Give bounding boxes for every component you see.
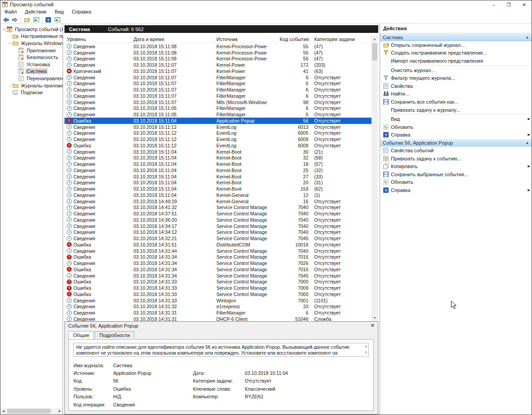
event-description-box[interactable]: Не удается найти описание для идентифика… [73, 343, 369, 357]
event-row[interactable]: !Ошибка03.10.2018 14:31:33Service Contro… [64, 285, 371, 291]
help-button[interactable]: ? [44, 16, 53, 23]
tree-horizontal-scrollbar[interactable]: ◄► [0, 408, 63, 414]
action-копировать[interactable]: Копировать▶ [380, 162, 532, 170]
menu-действие[interactable]: Действие [21, 8, 50, 15]
column-header-1[interactable]: Дата и время [131, 36, 214, 43]
action-свойства[interactable]: Свойства [380, 82, 532, 90]
event-row[interactable]: iСведения03.10.2018 14:31:31DHCP-6 Clien… [64, 316, 371, 321]
minimize-button[interactable]: – [492, 2, 495, 7]
event-row[interactable]: iСведения03.10.2018 15:11:05FilterManage… [64, 105, 371, 112]
event-row[interactable]: iСведения03.10.2018 14:37:51Service Cont… [64, 210, 371, 217]
event-row[interactable]: iСведения03.10.2018 15:11:04Kernel-Boot2… [64, 173, 371, 180]
action-обновить[interactable]: ↻Обновить [380, 178, 532, 187]
event-row[interactable]: iСведения03.10.2018 15:11:04Kernel-Boot1… [64, 186, 371, 192]
event-row[interactable]: iСведения03.10.2018 15:11:05FilterManage… [64, 111, 371, 118]
event-row[interactable]: iСведения03.10.2018 14:31:32e1rexpress33… [64, 304, 371, 310]
menu-справка[interactable]: Справка [68, 8, 95, 15]
event-row[interactable]: iСведения03.10.2018 15:11:04Kernel-Boot3… [64, 149, 371, 155]
actions-section-header[interactable]: Событие 56, Application Popup▲ [380, 139, 532, 146]
event-row[interactable]: !Ошибка03.10.2018 14:31:33Service Contro… [64, 279, 371, 285]
scroll-up-icon[interactable]: ▲ [371, 36, 378, 42]
event-row[interactable]: iСведения03.10.2018 15:11:04Kernel-Boot2… [64, 167, 371, 173]
event-row[interactable]: !Ошибка03.10.2018 14:31:51DistributedCOM… [64, 242, 371, 248]
event-row[interactable]: iСведения03.10.2018 15:11:07FilterManage… [64, 74, 371, 81]
action-найти[interactable]: Найти... [380, 90, 532, 98]
forward-arrow-button[interactable] [10, 16, 19, 23]
action-очистить-журнал[interactable]: Очистить журнал... [380, 66, 532, 74]
desc-scroll-up-icon[interactable]: ∧ [365, 345, 367, 348]
tree-item-система[interactable]: Система [0, 68, 63, 75]
event-row[interactable]: iСведения03.10.2018 14:41:32Service Cont… [64, 205, 371, 211]
event-row[interactable]: iСведения03.10.2018 15:11:04Kernel-Boot2… [64, 180, 371, 186]
tree-scrollbar-thumb[interactable] [7, 409, 50, 414]
event-row[interactable]: !Ошибка03.10.2018 14:31:33Service Contro… [64, 291, 371, 297]
tree-item-подписки[interactable]: Подписки [0, 89, 63, 96]
action-импорт-настраиваемого-представления[interactable]: Импорт настраиваемого представления [380, 57, 532, 65]
event-row[interactable]: iСведения03.10.2018 15:11:07FilterManage… [64, 81, 371, 87]
action-создать-настраиваемое-представление[interactable]: Создать настраиваемое представление... [380, 49, 532, 57]
action-открыть-сохраненный-журнал[interactable]: Открыть сохраненный журнал... [380, 41, 532, 49]
event-row[interactable]: iСведения03.10.2018 15:11:08Kernel-Proce… [64, 43, 371, 50]
event-row[interactable]: iСведения03.10.2018 14:34:12Service Cont… [64, 229, 371, 236]
open-folder-button[interactable] [23, 16, 32, 23]
event-row[interactable]: iСведения03.10.2018 15:11:12EventLog6013… [64, 124, 371, 130]
event-row[interactable]: iСведения03.10.2018 15:11:07FilterManage… [64, 87, 371, 93]
tab-подробности[interactable]: Подробности [95, 331, 134, 338]
console-window-button[interactable] [53, 16, 62, 23]
event-row[interactable]: iСведения03.10.2018 14:31:34Service Cont… [64, 273, 371, 279]
event-row[interactable]: iСведения03.10.2018 15:11:04Kernel-Boot3… [64, 155, 371, 161]
event-row[interactable]: !Ошибка03.10.2018 14:31:34Service Contro… [64, 254, 371, 260]
event-row[interactable]: iСведения03.10.2018 15:11:12EventLog6009… [64, 136, 371, 142]
event-row[interactable]: !Ошибка03.10.2018 15:11:12EventLog6008От… [64, 142, 371, 149]
tab-общие[interactable]: Общие [69, 331, 94, 339]
collapse-section-icon[interactable]: ▲ [526, 36, 529, 39]
event-row[interactable]: iСведения03.10.2018 14:34:17Service Cont… [64, 223, 371, 229]
event-row[interactable]: ✕Критический03.10.2018 15:11:07Kernel-Po… [64, 68, 371, 74]
tree-item-журналы[interactable]: ›Журналы Windows [0, 40, 63, 47]
action-справка[interactable]: ?Справка▶ [380, 186, 532, 194]
back-arrow-button[interactable] [1, 16, 10, 23]
close-button[interactable]: ✕ [523, 2, 526, 7]
column-header-4[interactable]: Категория задачи [312, 36, 371, 43]
action-свойства-событий[interactable]: Свойства событий [380, 146, 532, 155]
tree-item-настраиваемые[interactable]: ›Настраиваемые представления [0, 33, 63, 40]
tree-item-журналы[interactable]: ›Журналы приложений и служб [0, 82, 63, 89]
event-row[interactable]: iСведения03.10.2018 15:11:04Kernel-Gener… [64, 192, 371, 198]
action-фильтр-текущего-журнала[interactable]: Фильтр текущего журнала... [380, 74, 532, 82]
action-вид[interactable]: Вид▶ [380, 115, 532, 123]
event-row[interactable]: iСведения03.10.2018 14:31:34Service Cont… [64, 260, 371, 266]
tree-item-безопасность[interactable]: Безопасность [0, 54, 63, 61]
event-row[interactable]: iСведения03.10.2018 15:11:08Kernel-Proce… [64, 50, 371, 56]
tree-item-приложение[interactable]: Приложение [0, 47, 63, 54]
tree-item-установка[interactable]: Установка [0, 61, 63, 68]
event-row[interactable]: iСведения03.10.2018 14:36:20Service Cont… [64, 217, 371, 223]
maximize-button[interactable]: ❐ [507, 2, 511, 7]
collapse-icon[interactable]: › [2, 27, 6, 32]
expand-icon[interactable]: › [7, 83, 13, 88]
expand-icon[interactable]: › [7, 34, 13, 38]
event-row[interactable]: iСведения03.10.2018 14:49:29Kernel-Gener… [64, 198, 371, 205]
scroll-down-icon[interactable]: ▼ [371, 315, 378, 321]
action-привязать-задачу-к-журналу[interactable]: Привязать задачу к журналу... [380, 106, 532, 114]
event-row[interactable]: !Ошибка03.10.2018 15:11:04Application Po… [64, 118, 371, 124]
desc-scroll-down-icon[interactable]: ∨ [365, 351, 367, 354]
collapse-icon[interactable]: › [8, 41, 12, 46]
console-window-button[interactable] [32, 16, 41, 23]
column-header-0[interactable]: Уровень [64, 36, 131, 43]
action-привязать-задачу-к-событию[interactable]: Привязать задачу к событию... [380, 155, 532, 163]
scroll-right-icon[interactable]: ► [57, 409, 63, 413]
tree-item-перенаправленные[interactable]: Перенаправленные события [0, 75, 63, 82]
action-сохранить-все-события-как[interactable]: Сохранить все события как... [380, 98, 532, 106]
event-row[interactable]: iСведения03.10.2018 14:31:31FilterManage… [64, 310, 371, 316]
close-preview-icon[interactable]: ✕ [371, 323, 375, 328]
event-row[interactable]: iСведения03.10.2018 15:11:08Kernel-Proce… [64, 56, 371, 62]
event-row[interactable]: !Ошибка03.10.2018 14:31:34Service Contro… [64, 266, 371, 273]
event-row[interactable]: iСведения03.10.2018 15:11:07Ntfs (Micros… [64, 99, 371, 105]
action-сохранить-выбранные-события[interactable]: Сохранить выбранные события... [380, 170, 532, 178]
tree-item-просмотр[interactable]: ›Просмотр событий (Локальный) [0, 26, 63, 33]
event-row[interactable]: iСведения03.10.2018 15:11:04Kernel-Boot1… [64, 161, 371, 167]
actions-section-header[interactable]: Система▲ [380, 33, 532, 41]
scroll-left-icon[interactable]: ◄ [0, 409, 6, 413]
menu-файл[interactable]: Файл [0, 8, 21, 15]
event-row[interactable]: iСведения03.10.2018 14:31:33Winlogon7001… [64, 297, 371, 304]
